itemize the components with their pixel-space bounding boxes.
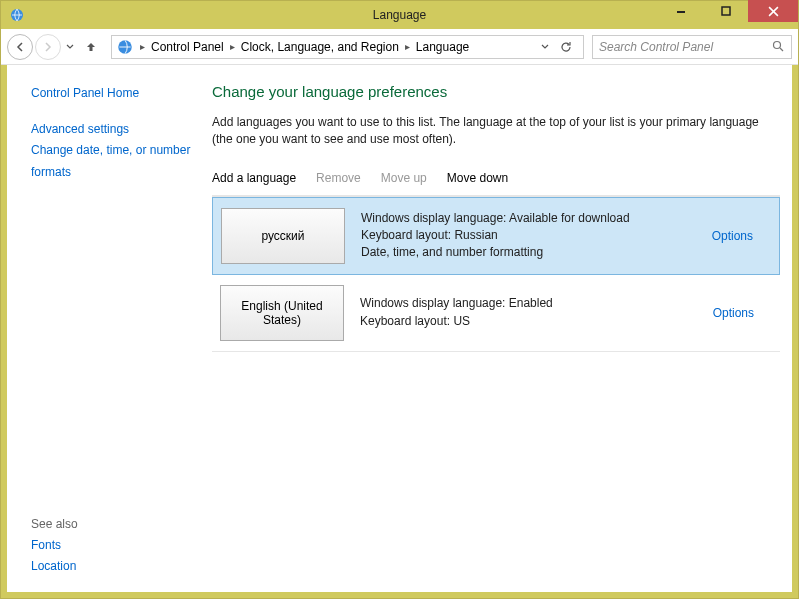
add-language-button[interactable]: Add a language xyxy=(212,171,296,185)
language-tile[interactable]: English (United States) xyxy=(220,285,344,341)
language-list: русский Windows display language: Availa… xyxy=(212,196,780,352)
address-bar[interactable]: ▸ Control Panel ▸ Clock, Language, and R… xyxy=(111,35,584,59)
language-row[interactable]: English (United States) Windows display … xyxy=(212,275,780,352)
minimize-button[interactable] xyxy=(658,0,703,22)
breadcrumb-language[interactable]: Language xyxy=(412,38,473,56)
content-area: Control Panel Home Advanced settings Cha… xyxy=(7,65,792,592)
sidebar: Control Panel Home Advanced settings Cha… xyxy=(7,65,212,592)
window-frame: Language ▸ Control Panel ▸ Clock, Langua… xyxy=(0,0,799,599)
search-box[interactable] xyxy=(592,35,792,59)
sidebar-home-link[interactable]: Control Panel Home xyxy=(31,83,204,105)
language-path-icon xyxy=(116,38,134,56)
move-up-button[interactable]: Move up xyxy=(381,171,427,185)
language-details: Windows display language: Available for … xyxy=(361,210,712,262)
chevron-right-icon[interactable]: ▸ xyxy=(228,41,237,52)
forward-button[interactable] xyxy=(35,34,61,60)
remove-button[interactable]: Remove xyxy=(316,171,361,185)
address-dropdown-icon[interactable] xyxy=(541,43,549,51)
breadcrumb-clock-language-region[interactable]: Clock, Language, and Region xyxy=(237,38,403,56)
svg-rect-2 xyxy=(722,7,730,15)
breadcrumb-control-panel[interactable]: Control Panel xyxy=(147,38,228,56)
history-dropdown[interactable] xyxy=(63,43,77,51)
search-icon xyxy=(772,40,785,53)
sidebar-date-time-formats[interactable]: Change date, time, or number formats xyxy=(31,140,204,183)
language-toolbar: Add a language Remove Move up Move down xyxy=(212,165,780,196)
chevron-right-icon[interactable]: ▸ xyxy=(138,41,147,52)
main-panel: Change your language preferences Add lan… xyxy=(212,65,792,592)
sidebar-location-link[interactable]: Location xyxy=(31,556,204,578)
up-button[interactable] xyxy=(79,35,103,59)
window-controls xyxy=(658,0,798,22)
page-heading: Change your language preferences xyxy=(212,83,780,100)
chevron-right-icon[interactable]: ▸ xyxy=(403,41,412,52)
language-app-icon xyxy=(9,7,25,23)
close-button[interactable] xyxy=(748,0,798,22)
maximize-button[interactable] xyxy=(703,0,748,22)
sidebar-advanced-settings[interactable]: Advanced settings xyxy=(31,119,204,141)
move-down-button[interactable]: Move down xyxy=(447,171,508,185)
language-details: Windows display language: Enabled Keyboa… xyxy=(360,295,713,330)
svg-point-4 xyxy=(774,42,781,49)
page-description: Add languages you want to use to this li… xyxy=(212,114,780,149)
titlebar[interactable]: Language xyxy=(1,1,798,29)
refresh-button[interactable] xyxy=(555,36,577,58)
seealso-label: See also xyxy=(31,517,204,531)
back-button[interactable] xyxy=(7,34,33,60)
svg-rect-1 xyxy=(677,11,685,13)
search-input[interactable] xyxy=(599,40,772,54)
language-options-link[interactable]: Options xyxy=(713,306,772,320)
sidebar-fonts-link[interactable]: Fonts xyxy=(31,535,204,557)
language-options-link[interactable]: Options xyxy=(712,229,771,243)
nav-toolbar: ▸ Control Panel ▸ Clock, Language, and R… xyxy=(1,29,798,65)
language-row[interactable]: русский Windows display language: Availa… xyxy=(212,197,780,275)
language-tile[interactable]: русский xyxy=(221,208,345,264)
